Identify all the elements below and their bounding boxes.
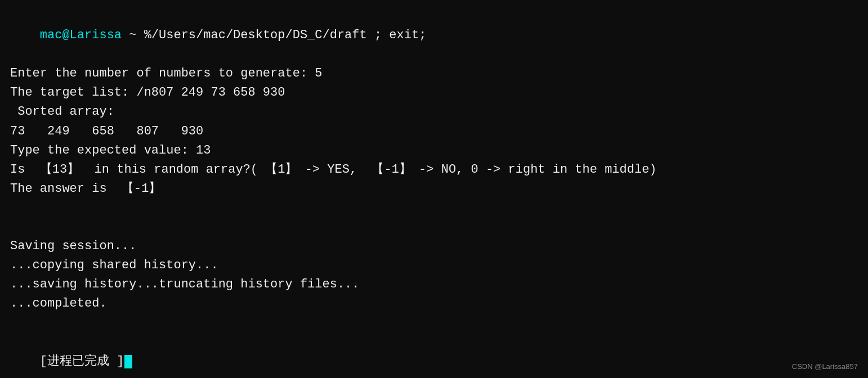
terminal-line-6: Type the expected value: 13 bbox=[10, 141, 858, 160]
terminal-line-5: 73 249 658 807 930 bbox=[10, 122, 858, 141]
terminal-empty-line-1 bbox=[10, 199, 858, 218]
terminal-empty-line-2 bbox=[10, 218, 858, 237]
terminal-line-completed: ...completed. bbox=[10, 294, 858, 313]
terminal-line-3: The target list: /n807 249 73 658 930 bbox=[10, 83, 858, 102]
terminal-window: mac@Larissa ~ %/Users/mac/Desktop/DS_C/d… bbox=[0, 0, 868, 378]
terminal-line-saving: Saving session... bbox=[10, 237, 858, 256]
prompt-symbol: ~ bbox=[122, 28, 144, 42]
terminal-line-4: Sorted array: bbox=[10, 102, 858, 122]
prompt-command: %/Users/mac/Desktop/DS_C/draft ; exit; bbox=[144, 28, 427, 42]
terminal-line-2: Enter the number of numbers to generate:… bbox=[10, 64, 858, 83]
terminal-line-process-done: [进程已完成 ] bbox=[10, 333, 858, 378]
terminal-cursor bbox=[124, 355, 132, 368]
prompt-user: mac@Larissa bbox=[40, 28, 122, 42]
terminal-empty-line-3 bbox=[10, 314, 858, 333]
terminal-line-8: The answer is 【-1】 bbox=[10, 179, 858, 199]
process-done-text: [进程已完成 ] bbox=[40, 354, 124, 368]
terminal-line-7: Is 【13】 in this random array?( 【1】 -> YE… bbox=[10, 160, 858, 179]
watermark: CSDN @Larissa857 bbox=[792, 361, 858, 372]
terminal-line-1: mac@Larissa ~ %/Users/mac/Desktop/DS_C/d… bbox=[10, 7, 858, 64]
terminal-line-history: ...saving history...truncating history f… bbox=[10, 275, 858, 294]
terminal-line-copying: ...copying shared history... bbox=[10, 256, 858, 275]
